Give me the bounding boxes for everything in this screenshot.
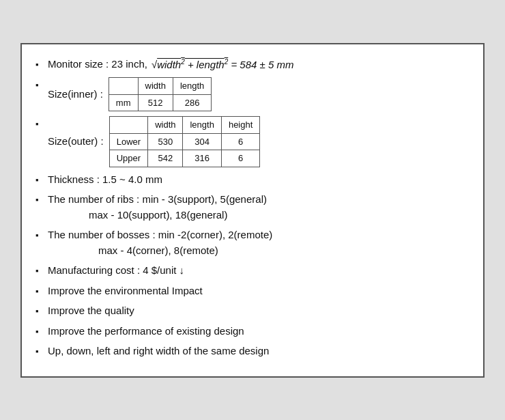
size-outer-item: ▪ Size(outer) : width length height Lowe…: [35, 116, 470, 167]
bullet-env: ▪: [35, 285, 48, 298]
inner-cell-512: 512: [138, 94, 173, 111]
size-inner-content: Size(inner) : width length mm 512 286: [48, 77, 470, 111]
bullet-bosses: ▪: [35, 229, 48, 242]
bullet-thickness: ▪: [35, 173, 48, 187]
size-inner-item: ▪ Size(inner) : width length mm 512 286: [35, 77, 470, 111]
bullet-cost: ▪: [35, 264, 48, 278]
performance-text: Improve the performance of existing desi…: [48, 325, 244, 337]
inner-th-empty: [109, 78, 138, 95]
outer-cell-upper: Upper: [109, 150, 147, 167]
outer-cell-304: 304: [183, 133, 221, 150]
width-design-item: ▪ Up, down, left and right width of the …: [35, 344, 470, 359]
monitor-size-text: Monitor size : 23 inch,: [48, 57, 147, 72]
performance-content: Improve the performance of existing desi…: [48, 324, 470, 339]
outer-th-height: height: [221, 117, 259, 134]
monitor-size-item: ▪ Monitor size : 23 inch, √width2 + leng…: [35, 57, 470, 73]
outer-cell-lower: Lower: [109, 133, 147, 150]
width-design-text: Up, down, left and right width of the sa…: [48, 345, 269, 356]
thickness-content: Thickness : 1.5 ~ 4.0 mm: [48, 172, 470, 188]
outer-cell-316: 316: [183, 150, 221, 167]
inner-cell-286: 286: [173, 94, 211, 111]
env-item: ▪ Improve the environmental Impact: [35, 283, 470, 299]
outer-th-width: width: [148, 117, 183, 134]
bosses-line1: The number of bosses : min -2(corner), 2…: [48, 227, 470, 243]
bosses-line2: max - 4(corner), 8(remote): [48, 243, 470, 259]
outer-cell-530: 530: [148, 133, 183, 150]
cost-text: Manufacturing cost : 4 $/unit ↓: [48, 264, 184, 276]
ribs-content: The number of ribs : min - 3(support), 5…: [48, 192, 470, 223]
monitor-size-content: Monitor size : 23 inch, √width2 + length…: [48, 57, 470, 73]
bullet-size-inner: ▪: [35, 79, 48, 92]
outer-row-upper: Upper 542 316 6: [109, 150, 260, 167]
size-inner-label: Size(inner) :: [48, 87, 103, 102]
inner-cell-mm: mm: [109, 94, 138, 111]
performance-item: ▪ Improve the performance of existing de…: [35, 324, 470, 339]
inner-th-width: width: [138, 78, 173, 95]
quality-content: Improve the quality: [48, 303, 470, 319]
ribs-line1: The number of ribs : min - 3(support), 5…: [48, 192, 470, 208]
outer-cell-6b: 6: [221, 150, 259, 167]
thickness-text: Thickness : 1.5 ~ 4.0 mm: [48, 173, 162, 185]
bosses-content: The number of bosses : min -2(corner), 2…: [48, 227, 470, 258]
thickness-item: ▪ Thickness : 1.5 ~ 4.0 mm: [35, 172, 470, 188]
bullet-quality: ▪: [35, 305, 48, 318]
quality-item: ▪ Improve the quality: [35, 303, 470, 319]
formula-text: √width2 + length2 = 584 ± 5 mm: [152, 57, 294, 73]
bullet-width-design: ▪: [35, 345, 48, 359]
width-design-content: Up, down, left and right width of the sa…: [48, 344, 470, 359]
bosses-item: ▪ The number of bosses : min -2(corner),…: [35, 227, 470, 258]
bullet-performance: ▪: [35, 325, 48, 339]
bullet-monitor: ▪: [35, 58, 48, 72]
cost-content: Manufacturing cost : 4 $/unit ↓: [48, 263, 470, 279]
ribs-item: ▪ The number of ribs : min - 3(support),…: [35, 192, 470, 223]
outer-th-empty: [109, 117, 147, 134]
size-outer-label: Size(outer) :: [48, 134, 104, 150]
bullet-ribs: ▪: [35, 193, 48, 207]
inner-th-length: length: [173, 78, 211, 95]
quality-text: Improve the quality: [48, 305, 134, 316]
outer-cell-542: 542: [148, 150, 183, 167]
env-text: Improve the environmental Impact: [48, 285, 203, 296]
outer-table: width length height Lower 530 304 6 Uppe…: [109, 116, 261, 167]
cost-item: ▪ Manufacturing cost : 4 $/unit ↓: [35, 263, 470, 279]
outer-row-lower: Lower 530 304 6: [109, 133, 260, 150]
outer-th-length: length: [183, 117, 221, 134]
bullet-size-outer: ▪: [35, 117, 48, 131]
ribs-line2: max - 10(support), 18(general): [48, 208, 470, 223]
outer-cell-6a: 6: [221, 133, 259, 150]
env-content: Improve the environmental Impact: [48, 283, 470, 299]
size-outer-content: Size(outer) : width length height Lower …: [48, 116, 470, 167]
main-card: ▪ Monitor size : 23 inch, √width2 + leng…: [20, 43, 485, 378]
inner-row-1: mm 512 286: [109, 94, 211, 111]
inner-table: width length mm 512 286: [109, 77, 212, 111]
